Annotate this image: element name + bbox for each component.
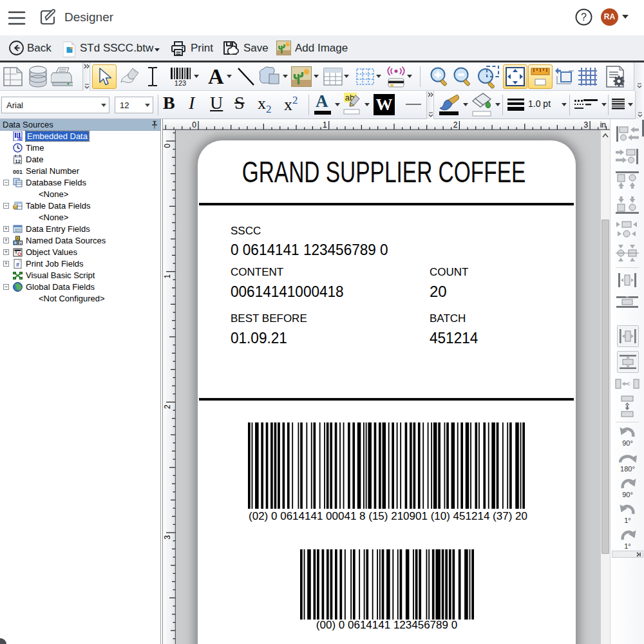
svg-text:#: # bbox=[16, 261, 19, 268]
svg-text:001: 001 bbox=[13, 169, 23, 175]
svg-text:3: 3 bbox=[163, 535, 172, 540]
svg-text:C: C bbox=[19, 241, 22, 245]
svg-text:2: 2 bbox=[163, 404, 172, 409]
svg-text:0: 0 bbox=[192, 120, 196, 129]
svg-text:0: 0 bbox=[163, 144, 172, 148]
svg-text:in: in bbox=[600, 120, 606, 129]
svg-text:O: O bbox=[17, 251, 21, 257]
svg-text:?: ? bbox=[581, 12, 587, 23]
svg-text:123: 123 bbox=[175, 79, 186, 86]
svg-text:BT: BT bbox=[17, 137, 21, 141]
svg-text:2: 2 bbox=[453, 120, 458, 129]
svg-text:1: 1 bbox=[163, 274, 172, 278]
svg-text:1: 1 bbox=[323, 120, 327, 129]
svg-text:3: 3 bbox=[583, 120, 588, 129]
svg-text:12: 12 bbox=[15, 158, 21, 164]
